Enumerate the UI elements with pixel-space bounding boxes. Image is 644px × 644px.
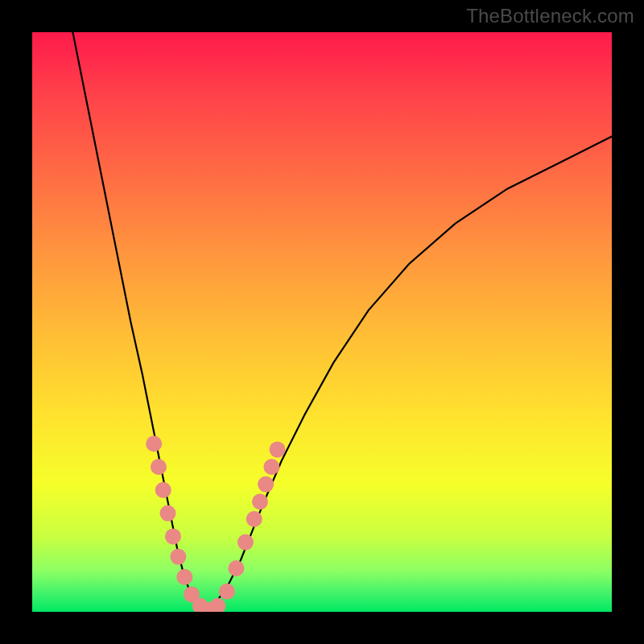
highlighted-dot (209, 598, 225, 612)
highlighted-dot (270, 441, 286, 457)
bottleneck-curve-path (72, 32, 612, 609)
chart-frame: TheBottleneck.com (0, 0, 644, 644)
highlighted-dot (246, 511, 262, 527)
watermark-label: TheBottleneck.com (466, 5, 634, 27)
highlighted-dot (151, 459, 167, 475)
highlighted-dot (170, 549, 186, 565)
highlighted-dot (176, 569, 192, 585)
highlighted-dot (263, 459, 279, 475)
highlighted-dot (159, 506, 175, 522)
chart-svg (32, 32, 612, 612)
highlighted-dot (258, 477, 274, 493)
highlighted-dot (237, 535, 254, 551)
highlighted-dot (155, 482, 171, 498)
highlighted-dot (165, 528, 181, 544)
highlighted-dot (252, 493, 268, 510)
highlighted-dot (228, 560, 244, 576)
plot-area (32, 32, 612, 612)
highlighted-dot (146, 436, 162, 452)
highlighted-dot (219, 584, 235, 600)
highlighted-dots-group (146, 436, 285, 612)
